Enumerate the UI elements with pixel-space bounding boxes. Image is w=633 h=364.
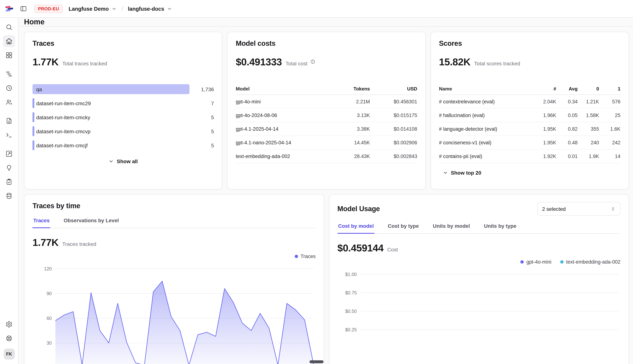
trace-bar-row: dataset-run-item-cmcjf 5 bbox=[33, 140, 214, 151]
model-usage-metric-value: $0.459144 bbox=[337, 242, 384, 254]
trace-bar-label: dataset-run-item-cmc29 bbox=[33, 100, 91, 106]
svg-text:120: 120 bbox=[44, 266, 52, 271]
svg-text:$0.50: $0.50 bbox=[345, 308, 357, 314]
info-icon[interactable] bbox=[310, 59, 316, 66]
score-row: # contextrelevance (eval) 2.04K 0.34 1.2… bbox=[439, 95, 620, 108]
traces-card-title: Traces bbox=[33, 40, 214, 48]
trace-bar-label: qa bbox=[33, 86, 42, 92]
datasets-clipboard-icon bbox=[6, 178, 13, 185]
tracing-icon bbox=[6, 70, 13, 78]
legend-item: text-embedding-ada-002 bbox=[560, 259, 620, 265]
breadcrumb-separator: / bbox=[121, 5, 124, 12]
scores-table: Name # Avg 0 1 # contextrelevance (eval)… bbox=[439, 83, 620, 163]
traces-by-time-tabs: Traces Observations by Level bbox=[33, 218, 316, 228]
show-top-20-button[interactable]: Show top 20 bbox=[443, 170, 481, 176]
page-title: Home bbox=[24, 18, 45, 26]
org-selector[interactable]: Langfuse Demo bbox=[69, 6, 117, 12]
tab-units-by-model[interactable]: Units by model bbox=[432, 223, 471, 233]
tab-cost-by-model[interactable]: Cost by model bbox=[337, 223, 374, 233]
tab-observations-by-level[interactable]: Observations by Level bbox=[63, 218, 120, 228]
show-all-button[interactable]: Show all bbox=[109, 158, 138, 164]
tab-units-by-type[interactable]: Units by type bbox=[483, 223, 517, 233]
scores-card-title: Scores bbox=[439, 40, 620, 48]
score-row: # hallucination (eval) 1.96K 0.05 1.58K … bbox=[439, 108, 620, 122]
traces-by-time-metric-label: Traces tracked bbox=[62, 241, 96, 247]
project-selector[interactable]: langfuse-docs bbox=[128, 6, 172, 12]
model-usage-chart: $1.00$0.75$0.50$0.25 bbox=[337, 266, 620, 352]
sidebar-item-home[interactable] bbox=[3, 35, 15, 47]
trace-bar-label: dataset-run-item-cmcjf bbox=[33, 142, 88, 148]
trace-bar-value: 7 bbox=[190, 100, 214, 106]
model-costs-metric-label: Total cost bbox=[286, 60, 307, 66]
settings-gear-icon bbox=[6, 321, 13, 328]
unfold-icon bbox=[610, 206, 616, 211]
chevron-down-icon bbox=[443, 170, 448, 175]
traces-card: Traces 1.77K Total traces tracked qa 1,7… bbox=[24, 32, 223, 190]
model-costs-metric-value: $0.491333 bbox=[236, 56, 282, 68]
chevron-down-icon bbox=[167, 6, 172, 11]
trace-bar-row: dataset-run-item-cmcky 5 bbox=[33, 112, 214, 123]
chevron-down-icon bbox=[111, 6, 117, 11]
score-row: # conciseness-v1 (eval) 1.95K 0.48 240 2… bbox=[439, 136, 620, 150]
legend-label: Traces bbox=[300, 254, 316, 259]
svg-text:$0.25: $0.25 bbox=[345, 327, 357, 332]
sidebar-item-playground[interactable] bbox=[3, 129, 15, 141]
trace-bar bbox=[33, 84, 190, 94]
model-cost-row: text-embedding-ada-002 28.43K $0.002843 bbox=[236, 150, 417, 163]
trace-bar-value: 5 bbox=[190, 142, 214, 148]
user-avatar[interactable]: FK bbox=[4, 348, 15, 360]
legend-dot bbox=[520, 260, 524, 264]
home-icon bbox=[6, 38, 13, 45]
tab-cost-by-type[interactable]: Cost by type bbox=[387, 223, 419, 233]
horizontal-scrollbar-thumb[interactable] bbox=[309, 360, 324, 363]
sidebar-item-annotation[interactable] bbox=[3, 162, 15, 174]
model-costs-table: Model Tokens USD gpt-4o-mini 2.21M $0.45… bbox=[236, 83, 417, 163]
trace-bar-row: dataset-run-item-cmcvp 5 bbox=[33, 126, 214, 137]
scores-table-header: Name # Avg 0 1 bbox=[439, 83, 620, 95]
scores-card: Scores 15.82K Total scores tracked Name … bbox=[430, 32, 629, 190]
org-name: Langfuse Demo bbox=[69, 6, 109, 12]
search-icon bbox=[6, 24, 13, 31]
sessions-clock-icon bbox=[6, 84, 13, 92]
support-help-icon bbox=[6, 335, 13, 342]
svg-text:30: 30 bbox=[47, 340, 52, 346]
model-cost-row: gpt-4o-mini 2.21M $0.456301 bbox=[236, 95, 417, 108]
sidebar-item-evaluation[interactable] bbox=[3, 148, 15, 160]
sidebar-item-tracing[interactable] bbox=[3, 68, 15, 80]
sidebar-item-prompts[interactable] bbox=[3, 115, 15, 127]
scores-metric-label: Total scores tracked bbox=[474, 60, 520, 66]
model-select-dropdown[interactable]: 2 selected bbox=[537, 202, 620, 216]
sidebar-item-support[interactable] bbox=[3, 332, 15, 344]
legend-dot bbox=[295, 255, 298, 258]
traces-by-time-metric-value: 1.77K bbox=[33, 237, 59, 248]
sidebar-item-search[interactable] bbox=[3, 21, 15, 33]
traces-by-time-chart: 120906030 bbox=[33, 261, 316, 364]
traces-metric-label: Total traces tracked bbox=[62, 60, 107, 66]
sidebar-item-datasets[interactable] bbox=[3, 176, 15, 188]
tab-traces[interactable]: Traces bbox=[33, 218, 51, 228]
sidebar-item-dashboards[interactable] bbox=[3, 49, 15, 61]
svg-text:60: 60 bbox=[47, 316, 52, 321]
trace-bar-label: dataset-run-item-cmcvp bbox=[33, 128, 91, 134]
legend-label: text-embedding-ada-002 bbox=[566, 259, 620, 265]
sidebar-item-settings[interactable] bbox=[3, 318, 15, 330]
prompts-document-icon bbox=[6, 118, 13, 124]
svg-text:90: 90 bbox=[47, 291, 52, 296]
traces-metric-value: 1.77K bbox=[33, 56, 59, 68]
score-row: # contains-pii (eval) 1.92K 0.01 1.9K 14 bbox=[439, 150, 620, 163]
sidebar-item-sessions[interactable] bbox=[3, 82, 15, 94]
model-cost-row: gpt-4.1-2025-04-14 3.38K $0.014108 bbox=[236, 122, 417, 136]
dashboards-grid-icon bbox=[6, 52, 13, 59]
sidebar-item-users[interactable] bbox=[3, 96, 15, 108]
exports-database-icon bbox=[6, 192, 13, 199]
main-content: Home Traces 1.77K Total traces tracked bbox=[19, 18, 633, 364]
sidebar: FK bbox=[0, 18, 19, 364]
panel-left-icon bbox=[20, 5, 27, 12]
model-usage-card: Model Usage 2 selected Cost by model Cos… bbox=[329, 194, 629, 364]
sidebar-toggle-button[interactable] bbox=[19, 4, 29, 14]
trace-bar-row: qa 1,736 bbox=[33, 84, 214, 95]
sidebar-item-exports[interactable] bbox=[3, 190, 15, 202]
langfuse-app: PROD-EU Langfuse Demo / langfuse-docs bbox=[0, 0, 633, 364]
trace-bar-label: dataset-run-item-cmcky bbox=[33, 114, 90, 120]
score-row: # language-detector (eval) 1.95K 0.82 35… bbox=[439, 122, 620, 136]
